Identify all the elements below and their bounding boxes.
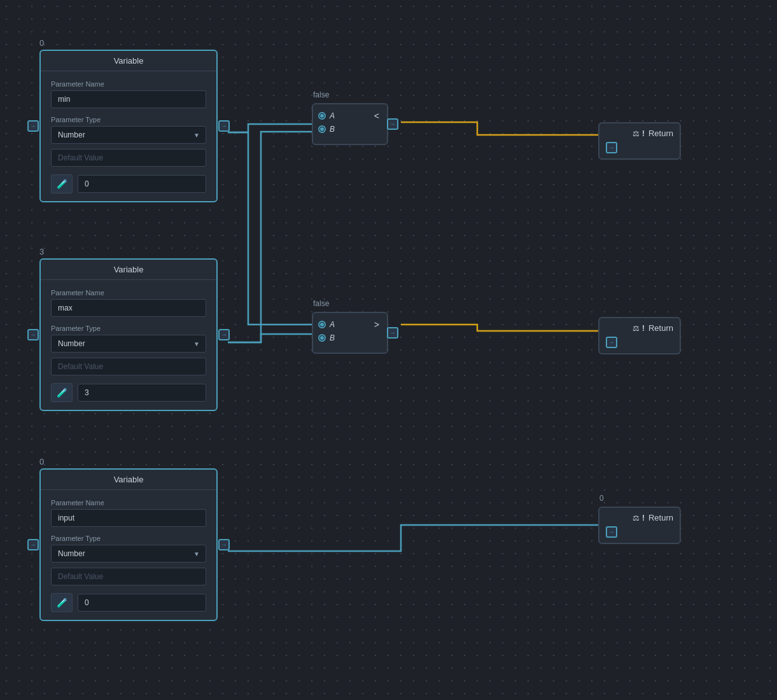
return3-index: 0 [599, 494, 604, 503]
node1-default-value-input[interactable] [51, 149, 206, 167]
node1-port-left[interactable]: → [27, 120, 39, 132]
comparison2-radio-a[interactable] [318, 321, 326, 328]
node2-default-num-input[interactable] [78, 384, 206, 402]
return2-label: Return [648, 323, 673, 333]
return2-balance-icon: ⚖ [633, 324, 640, 333]
node2-title: Variable [41, 260, 216, 280]
canvas: 0 Variable Parameter Name Parameter Type… [0, 0, 777, 700]
return-node-2: ⚖ ! Return → [598, 317, 681, 354]
variable-node-1: Variable Parameter Name Parameter Type N… [39, 50, 218, 202]
node2-index: 3 [39, 247, 44, 256]
comparison-node-1: false A < B → [312, 103, 388, 145]
node3-flask-button[interactable]: 🧪 [51, 593, 73, 612]
node1-title: Variable [41, 51, 216, 71]
return2-exclaim-icon: ! [642, 324, 645, 333]
return1-icons: ⚖ ! [633, 129, 645, 138]
return3-exclaim-icon: ! [642, 514, 645, 522]
variable-node-3: Variable Parameter Name Parameter Type N… [39, 468, 218, 621]
node1-right-port-icon: → [218, 120, 230, 132]
node3-param-name-input[interactable] [51, 509, 206, 527]
node1-default-num-input[interactable] [78, 175, 206, 193]
return1-balance-icon: ⚖ [633, 129, 640, 138]
variable-node-2: Variable Parameter Name Parameter Type N… [39, 258, 218, 411]
node2-left-port-icon: → [27, 329, 39, 340]
node2-port-left[interactable]: → [27, 328, 39, 341]
return2-in-port[interactable]: → [606, 337, 617, 348]
return-node-1: ⚖ ! Return → [598, 122, 681, 160]
node2-flask-button[interactable]: 🧪 [51, 383, 73, 402]
return-node-3: 0 ⚖ ! Return → [598, 507, 681, 544]
node1-param-name-label: Parameter Name [41, 78, 216, 90]
node3-port-right[interactable]: → [218, 538, 230, 551]
comparison2-radio-b[interactable] [318, 334, 326, 342]
comparison1-label-b: B [330, 125, 335, 134]
node2-param-type-select[interactable]: Number [51, 335, 206, 353]
node3-index: 0 [39, 457, 44, 466]
node3-default-num-input[interactable] [78, 594, 206, 612]
comparison1-false-label: false [313, 90, 329, 99]
node3-param-type-label: Parameter Type [41, 532, 216, 545]
return1-exclaim-icon: ! [642, 129, 645, 138]
node3-port-left[interactable]: → [27, 538, 39, 551]
node3-title: Variable [41, 470, 216, 490]
comparison2-operator: > [374, 319, 379, 330]
return1-label: Return [648, 129, 673, 138]
comparison1-radio-b[interactable] [318, 125, 326, 133]
node1-flask-button[interactable]: 🧪 [51, 174, 73, 193]
return1-in-port[interactable]: → [606, 142, 617, 153]
return3-label: Return [648, 513, 673, 522]
return3-in-port[interactable]: → [606, 526, 617, 538]
node2-default-value-input[interactable] [51, 358, 206, 375]
comparison1-out-port[interactable]: → [387, 118, 398, 130]
node3-right-port-icon: → [218, 539, 230, 550]
comparison1-label-a: A [330, 111, 335, 120]
node1-left-port-icon: → [27, 120, 39, 132]
comparison1-radio-a[interactable] [318, 112, 326, 120]
node1-param-name-input[interactable] [51, 90, 206, 108]
comparison-node-2: false A > B → [312, 312, 388, 354]
node3-param-name-label: Parameter Name [41, 496, 216, 509]
node1-param-type-select[interactable]: Number [51, 126, 206, 144]
comparison1-operator: < [374, 111, 379, 121]
node2-right-port-icon: → [218, 329, 230, 340]
node2-param-name-input[interactable] [51, 299, 206, 317]
node1-port-right[interactable]: → [218, 120, 230, 132]
return3-icons: ⚖ ! [633, 514, 645, 522]
comparison2-out-port[interactable]: → [387, 327, 398, 339]
return3-balance-icon: ⚖ [633, 514, 640, 522]
return2-icons: ⚖ ! [633, 324, 645, 333]
node2-param-name-label: Parameter Name [41, 286, 216, 299]
node3-left-port-icon: → [27, 539, 39, 550]
node2-param-type-label: Parameter Type [41, 322, 216, 335]
comparison2-false-label: false [313, 299, 329, 308]
comparison2-label-a: A [330, 320, 335, 329]
node3-param-type-select[interactable]: Number [51, 545, 206, 563]
node2-port-right[interactable]: → [218, 328, 230, 341]
node1-param-type-label: Parameter Type [41, 113, 216, 126]
comparison2-label-b: B [330, 333, 335, 342]
node3-default-value-input[interactable] [51, 568, 206, 585]
node1-index: 0 [39, 38, 44, 48]
